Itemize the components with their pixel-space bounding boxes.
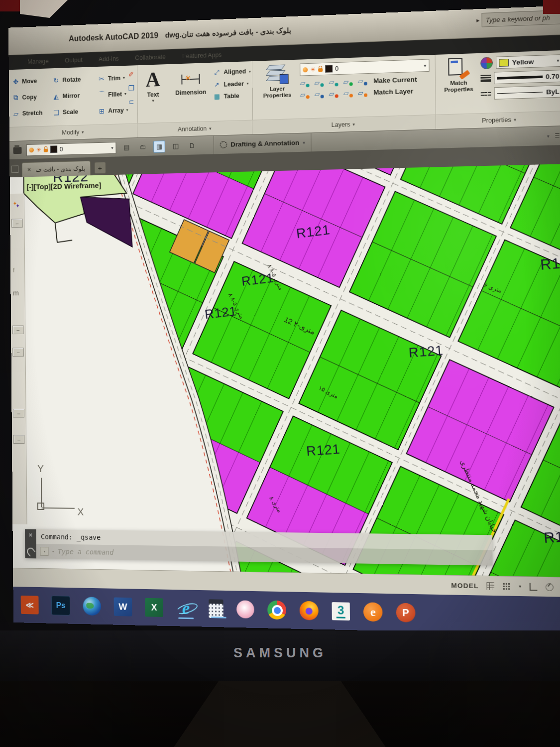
leader-button[interactable]: ➚ Leader ▾: [213, 80, 251, 88]
new-drawing-tab-button[interactable]: +: [94, 162, 106, 174]
copy-button[interactable]: ⧉Copy: [12, 88, 52, 106]
layer-color-swatch[interactable]: [325, 65, 333, 73]
make-current-label[interactable]: Make Current: [373, 76, 417, 85]
quick-layer-dropdown[interactable]: ☀ 0 ▾: [26, 142, 116, 156]
docked-palette-strip[interactable]: ✦✦ – f m – – – –: [10, 194, 27, 524]
layer-on-icon[interactable]: [303, 67, 308, 72]
palette-collapse-button[interactable]: –: [12, 348, 24, 357]
layer-prev-icon[interactable]: ▱: [329, 90, 337, 97]
layer-freeze-icon[interactable]: ☀: [310, 67, 316, 72]
ribbon-tab-add-ins[interactable]: Add-ins: [99, 55, 119, 63]
layout-grid-icon[interactable]: [11, 165, 18, 173]
drawing-tab[interactable]: بلوک بندی - بافت ف ✕: [22, 161, 91, 177]
firefox-icon[interactable]: [300, 601, 319, 621]
orange-arrows-app-icon[interactable]: ≪: [21, 596, 39, 615]
layer-dropdown-caret-icon[interactable]: ▾: [424, 63, 427, 68]
render-icon[interactable]: ◫: [170, 140, 181, 152]
layer-dropdown[interactable]: ☀ 0 ▾: [300, 59, 429, 76]
object-color-dropdown[interactable]: Yellow ▾: [496, 54, 560, 69]
globe-icon[interactable]: [83, 597, 101, 616]
scale-button[interactable]: ❏Scale: [52, 103, 98, 121]
explode-icon[interactable]: ❒: [128, 84, 134, 92]
layer-freeze-icon[interactable]: ☀: [36, 147, 41, 152]
layer-off-icon[interactable]: ▱: [300, 91, 309, 98]
make-current-icon[interactable]: ▱: [358, 78, 367, 85]
table-button[interactable]: ▦ Table: [213, 92, 251, 100]
text-button[interactable]: A Text ▾: [137, 68, 169, 124]
save-highlighted-icon[interactable]: ▥: [153, 140, 165, 152]
ortho-mode-icon[interactable]: [530, 583, 538, 591]
snap-mode-icon[interactable]: [503, 582, 511, 590]
workspace-caret-icon[interactable]: ▾: [303, 140, 305, 145]
photoshop-icon[interactable]: Ps: [51, 596, 70, 616]
internet-explorer-icon[interactable]: e: [176, 597, 196, 619]
close-icon[interactable]: ✕: [28, 532, 33, 538]
layer-lock-icon[interactable]: [318, 68, 323, 72]
viewport-controls[interactable]: [-][Top][2D Wireframe]: [26, 181, 101, 191]
layer-unlock-icon[interactable]: ▱: [343, 90, 352, 97]
chrome-icon[interactable]: [267, 601, 286, 620]
quick-layer-caret-icon[interactable]: ▾: [111, 145, 113, 150]
ribbon-tab-manage[interactable]: Manage: [27, 58, 49, 65]
color-wheel-icon[interactable]: [480, 57, 493, 69]
layer-properties-button[interactable]: Layer Properties: [256, 64, 298, 100]
eitaa-icon[interactable]: e: [363, 602, 383, 622]
aligned-caret-icon[interactable]: ▾: [249, 69, 251, 74]
close-tab-icon[interactable]: ✕: [27, 167, 31, 173]
dimension-button[interactable]: ✳ Dimension: [172, 67, 210, 122]
menu-icon[interactable]: ☰: [555, 132, 560, 139]
ribbon-tab-collaborate[interactable]: Collaborate: [135, 53, 166, 61]
match-layer-icon[interactable]: ▱: [358, 89, 367, 96]
palette-collapse-button[interactable]: –: [12, 325, 24, 334]
dropdown-caret-icon[interactable]: ▾: [126, 108, 128, 112]
ribbon-tab-featured-apps[interactable]: Featured Apps: [182, 51, 222, 60]
overflow-caret-icon[interactable]: ▾: [547, 133, 550, 138]
model-space-button[interactable]: MODEL: [451, 581, 478, 589]
search-arrow-icon[interactable]: ▸: [476, 16, 479, 24]
snap-caret-icon[interactable]: ▾: [519, 584, 521, 589]
erase-icon[interactable]: ✐: [128, 70, 134, 78]
grid-display-icon[interactable]: [487, 582, 495, 590]
match-layer-label[interactable]: Match Layer: [373, 87, 413, 96]
palette-collapse-button[interactable]: –: [11, 219, 23, 228]
calculator-icon[interactable]: [209, 599, 224, 618]
workspace-switcher[interactable]: Drafting & Annotation ▾: [214, 133, 312, 154]
layer-on-icon[interactable]: [29, 147, 34, 152]
command-caret-icon[interactable]: ▾: [52, 549, 54, 554]
layer-lock-tool-icon[interactable]: ▱: [343, 78, 352, 85]
offset-icon[interactable]: ⊂: [128, 98, 134, 106]
new-sheet-icon[interactable]: 🗋: [186, 139, 198, 151]
polar-tracking-icon[interactable]: [546, 583, 554, 591]
layer-freeze-tool-icon[interactable]: ▱: [329, 79, 337, 86]
color-dropdown-caret-icon[interactable]: ▾: [557, 58, 560, 63]
palette-collapse-button[interactable]: –: [13, 435, 25, 444]
pink-app-icon[interactable]: [236, 600, 254, 619]
layer-unisolate-icon[interactable]: ▱: [314, 79, 323, 86]
text-caret-icon[interactable]: ▾: [152, 98, 154, 103]
palette-collapse-button[interactable]: –: [13, 409, 24, 418]
print-icon[interactable]: [13, 147, 22, 154]
wrench-icon[interactable]: [25, 546, 36, 557]
layer-isolate-icon[interactable]: ▱: [300, 80, 309, 87]
dropdown-caret-icon[interactable]: ▾: [123, 76, 125, 80]
word-icon[interactable]: W: [114, 597, 132, 616]
app-3-icon[interactable]: 3: [332, 602, 350, 621]
dropdown-caret-icon[interactable]: ▾: [124, 92, 126, 96]
ribbon-tab-output[interactable]: Output: [65, 56, 83, 64]
move-button[interactable]: ✥Move: [11, 72, 52, 90]
powerpoint-icon[interactable]: P: [396, 603, 416, 622]
drawing-canvas[interactable]: YXR122R121R121R121R121R121R12R1۸ متری ۵-…: [10, 164, 560, 577]
rotate-button[interactable]: ↻Rotate: [52, 71, 98, 88]
stretch-button[interactable]: ▱Stretch: [12, 104, 52, 122]
sheet-set-icon[interactable]: 🗀: [137, 141, 149, 153]
match-properties-button[interactable]: Match Properties: [439, 57, 479, 94]
properties-palette-icon[interactable]: ▤: [121, 141, 132, 153]
lineweight-dropdown[interactable]: 0.70: [494, 70, 560, 84]
layer-lock-icon[interactable]: [44, 149, 48, 152]
mirror-button[interactable]: ◭Mirror: [52, 87, 98, 104]
linetype-dropdown[interactable]: ByL: [494, 85, 560, 100]
leader-caret-icon[interactable]: ▾: [247, 81, 249, 86]
excel-icon[interactable]: X: [145, 598, 163, 617]
aligned-button[interactable]: ⤢ Aligned ▾: [213, 67, 251, 77]
layer-match-icon[interactable]: ▱: [314, 91, 323, 98]
